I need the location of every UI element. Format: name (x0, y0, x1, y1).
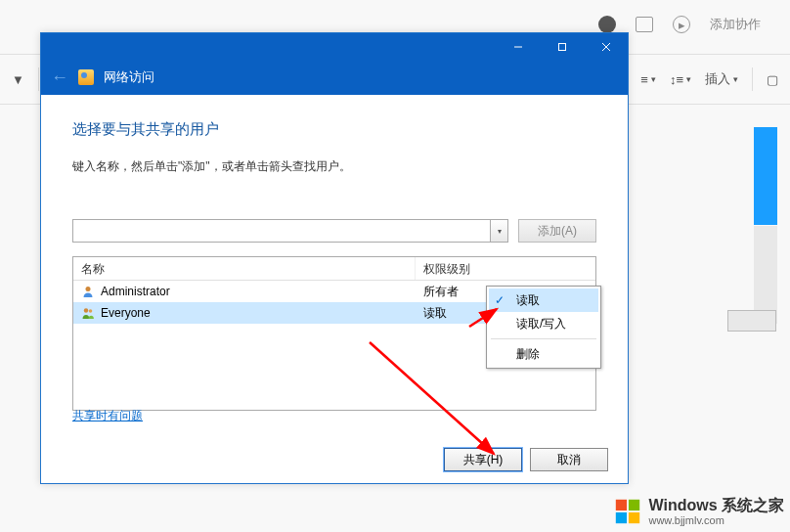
row-permission-text: 所有者 (423, 284, 459, 300)
watermark-title: Windows 系统之家 (648, 497, 784, 514)
menu-item-read-write[interactable]: 读取/写入 (489, 312, 598, 335)
back-arrow-icon[interactable]: ← (51, 67, 68, 88)
svg-rect-11 (616, 512, 627, 523)
row-name-text: Administrator (101, 285, 170, 298)
network-access-icon (78, 69, 94, 85)
dialog-header: ← 网络访问 (41, 60, 628, 95)
column-permission[interactable]: 权限级别 (416, 257, 595, 280)
toolbar-insert: 插入 ▾ (705, 70, 738, 88)
svg-point-6 (89, 309, 93, 313)
row-name-text: Everyone (101, 306, 151, 320)
combo-dropdown-button[interactable]: ▾ (490, 220, 507, 242)
minimize-button[interactable] (496, 33, 540, 60)
user-icon (81, 285, 95, 298)
permission-menu: ✓ 读取 读取/写入 删除 (486, 286, 601, 369)
row-permission-text: 读取 (423, 305, 447, 322)
background-panel-gray (754, 226, 777, 324)
menu-item-label: 读取 (516, 292, 540, 309)
menu-divider (491, 338, 596, 339)
group-icon (81, 306, 95, 320)
menu-item-label: 删除 (516, 346, 540, 363)
user-name-input[interactable] (73, 220, 490, 242)
menu-item-delete[interactable]: 删除 (489, 342, 598, 366)
toolbar-item: ↕≡ ▾ (670, 72, 691, 87)
background-panel-blue (754, 127, 777, 225)
chat-icon (636, 17, 653, 32)
add-button[interactable]: 添加(A) (518, 219, 596, 243)
menu-item-read[interactable]: ✓ 读取 (489, 288, 598, 312)
cancel-button[interactable]: 取消 (530, 448, 608, 471)
watermark-url: www.bjjmlv.com (648, 514, 784, 526)
list-header: 名称 权限级别 (73, 257, 595, 281)
page-heading: 选择要与其共享的用户 (72, 120, 596, 139)
toolbar-item: ≡ ▾ (640, 72, 656, 87)
dialog-title: 网络访问 (104, 68, 154, 86)
watermark: Windows 系统之家 www.bjjmlv.com (613, 497, 784, 526)
maximize-button[interactable] (540, 33, 584, 60)
toolbar-icon: ▢ (767, 72, 778, 87)
svg-point-5 (84, 308, 88, 312)
close-button[interactable] (584, 33, 628, 60)
svg-point-4 (86, 287, 91, 291)
menu-item-label: 读取/写入 (516, 316, 566, 332)
svg-rect-10 (629, 500, 639, 510)
column-name[interactable]: 名称 (73, 257, 416, 280)
instruction-text: 键入名称，然后单击"添加"，或者单击箭头查找用户。 (72, 158, 596, 175)
avatar-icon (598, 16, 616, 33)
check-icon: ✓ (495, 293, 505, 307)
background-button-hint (727, 310, 776, 332)
svg-rect-1 (558, 43, 565, 50)
network-access-dialog: ← 网络访问 选择要与其共享的用户 键入名称，然后单击"添加"，或者单击箭头查找… (40, 32, 629, 484)
svg-rect-9 (616, 500, 627, 510)
help-link[interactable]: 共享时有问题 (72, 408, 143, 424)
collab-label: 添加协作 (710, 16, 761, 33)
user-name-combo[interactable]: ▾ (72, 219, 508, 243)
titlebar (41, 33, 628, 60)
share-button[interactable]: 共享(H) (444, 448, 522, 471)
svg-rect-12 (629, 512, 639, 523)
play-icon: ▸ (673, 16, 690, 33)
windows-logo-icon (613, 497, 642, 526)
filter-icon: ▼ (12, 72, 24, 87)
